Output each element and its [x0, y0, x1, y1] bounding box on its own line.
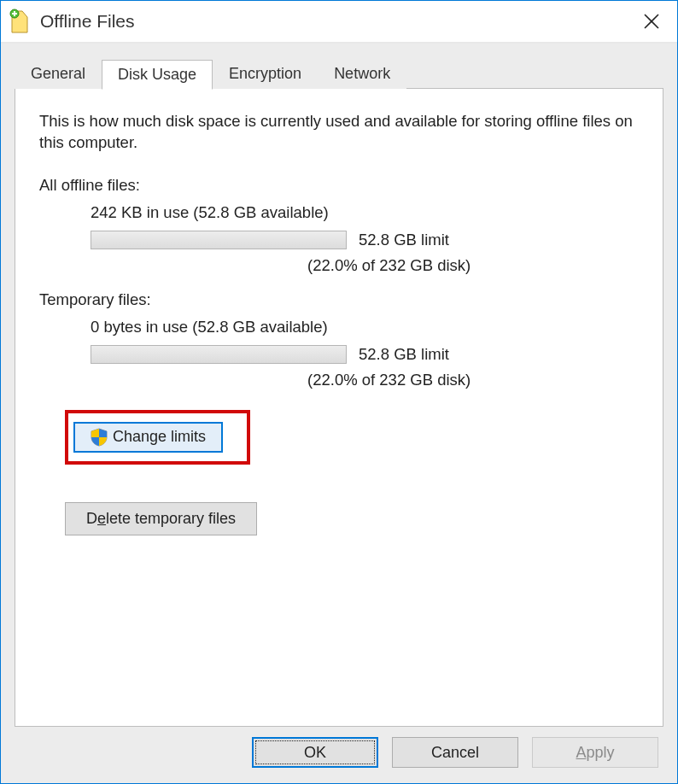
temp-files-limit: 52.8 GB limit	[359, 345, 449, 364]
tabstrip: General Disk Usage Encryption Network	[15, 59, 663, 89]
all-offline-limit: 52.8 GB limit	[359, 231, 449, 249]
titlebar: Offline Files	[1, 1, 677, 44]
change-limits-button[interactable]: Change limits	[73, 422, 223, 453]
temp-files-usage: 0 bytes in use (52.8 GB available)	[91, 318, 639, 336]
temp-files-label: Temporary files:	[39, 290, 639, 309]
window-title: Offline Files	[40, 11, 626, 32]
all-offline-label: All offline files:	[39, 176, 639, 195]
dialog-button-bar: OK Cancel Apply	[15, 727, 663, 771]
all-offline-progress	[91, 231, 347, 249]
change-limits-highlight: Change limits	[65, 410, 250, 465]
temp-files-percent: (22.0% of 232 GB disk)	[307, 371, 639, 389]
offline-files-icon	[9, 9, 30, 34]
all-offline-usage: 242 KB in use (52.8 GB available)	[91, 203, 639, 222]
cancel-button[interactable]: Cancel	[392, 737, 518, 768]
client-area: General Disk Usage Encryption Network Th…	[1, 44, 677, 783]
tab-disk-usage[interactable]: Disk Usage	[102, 60, 213, 90]
svg-rect-2	[14, 11, 15, 16]
apply-button: Apply	[532, 737, 658, 768]
close-icon	[644, 14, 659, 29]
tab-network[interactable]: Network	[318, 59, 406, 89]
tab-general[interactable]: General	[15, 59, 102, 89]
uac-shield-icon	[91, 428, 108, 447]
cancel-label: Cancel	[431, 744, 479, 762]
offline-files-dialog: Offline Files General Disk Usage Encrypt…	[0, 0, 678, 784]
ok-button[interactable]: OK	[252, 737, 378, 768]
change-limits-label: Change limits	[113, 428, 206, 446]
description-text: This is how much disk space is currently…	[39, 111, 639, 154]
tab-panel-disk-usage: This is how much disk space is currently…	[15, 88, 663, 727]
all-offline-percent: (22.0% of 232 GB disk)	[307, 256, 639, 275]
ok-label: OK	[304, 744, 326, 762]
close-button[interactable]	[626, 0, 677, 43]
tab-encryption[interactable]: Encryption	[213, 59, 318, 89]
temp-files-progress	[91, 345, 347, 364]
delete-temp-files-button[interactable]: Delete temporary files	[65, 502, 257, 535]
delete-temp-label: Delete temporary files	[86, 510, 236, 528]
apply-label: Apply	[576, 744, 614, 762]
